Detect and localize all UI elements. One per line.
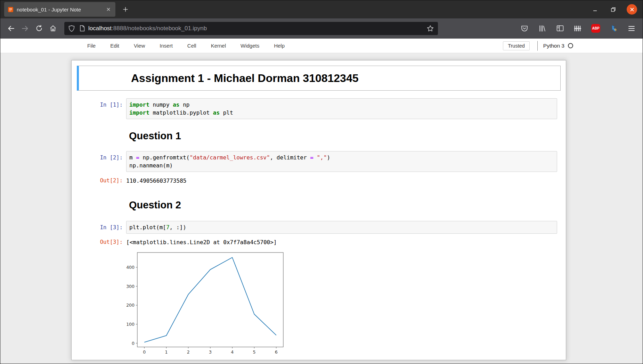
menu-hamburger-icon[interactable] [627, 24, 636, 33]
back-button[interactable] [5, 23, 17, 34]
input-prompt: In [2]: [77, 151, 126, 172]
code-input[interactable]: m = np.genfromtxt("data/carmel_lowres.cs… [126, 151, 557, 172]
restore-button[interactable] [609, 5, 618, 14]
code-cell-1[interactable]: In [1]: import numpy as npimport matplot… [77, 98, 561, 119]
tab-title: notebook_01 - Jupyter Note [17, 7, 105, 13]
extension-grid-icon[interactable] [573, 24, 582, 33]
svg-text:400: 400 [126, 265, 135, 270]
output-text: 110.49056603773585 [126, 174, 186, 185]
reload-button[interactable] [33, 23, 45, 34]
svg-text:300: 300 [126, 283, 135, 289]
menu-help[interactable]: Help [272, 41, 287, 50]
menu-kernel[interactable]: Kernel [209, 41, 228, 50]
svg-text:2: 2 [187, 349, 190, 355]
browser-window: notebook_01 - Jupyter Note localhost:888… [0, 0, 643, 364]
svg-text:5: 5 [253, 349, 256, 355]
bookmark-star-icon[interactable] [427, 25, 434, 32]
prompt-spacer [77, 250, 126, 359]
notebook-title-heading: Assignment 1 - Michael Dorman 310812345 [131, 72, 560, 85]
svg-text:1: 1 [165, 349, 168, 355]
svg-text:0: 0 [132, 340, 135, 346]
markdown-cell-q2[interactable]: Question 2 [77, 199, 561, 211]
nav-toolbar: localhost:8888/notebooks/notebook_01.ipy… [0, 18, 643, 39]
menu-cell[interactable]: Cell [185, 41, 198, 50]
output-area-2: Out[2]: 110.49056603773585 [77, 174, 561, 185]
close-button[interactable] [627, 4, 637, 15]
page-info-icon[interactable] [80, 25, 85, 32]
question1-heading: Question 1 [129, 130, 561, 142]
question2-heading: Question 2 [129, 199, 561, 211]
download-arrow-extension-icon[interactable] [610, 24, 618, 33]
notebook-background: Assignment 1 - Michael Dorman 310812345 … [0, 53, 643, 364]
trusted-badge[interactable]: Trusted [503, 41, 530, 50]
output-prompt: Out[3]: [77, 235, 126, 246]
minimize-button[interactable] [591, 5, 600, 14]
forward-button[interactable] [19, 23, 31, 34]
svg-text:0: 0 [143, 349, 146, 355]
output-figure-row: 01002003004000123456 [77, 250, 561, 359]
new-tab-button[interactable] [120, 4, 131, 15]
library-icon[interactable] [538, 24, 546, 33]
tracking-shield-icon[interactable] [68, 25, 75, 32]
sidebar-icon[interactable] [556, 24, 564, 33]
prompt-spacer [77, 199, 126, 211]
output-text: [<matplotlib.lines.Line2D at 0x7f7a8a4c5… [126, 235, 277, 246]
prompt-spacer [77, 130, 126, 142]
adblock-plus-icon[interactable]: ABP [591, 24, 600, 33]
jupyter-menubar: File Edit View Insert Cell Kernel Widget… [0, 39, 643, 53]
kernel-name: Python 3 [543, 43, 564, 49]
kernel-idle-icon [568, 43, 573, 48]
svg-text:3: 3 [209, 349, 212, 355]
output-prompt: Out[2]: [77, 174, 126, 185]
tab-close-icon[interactable] [105, 6, 112, 13]
pocket-icon[interactable] [520, 24, 529, 33]
menu-file[interactable]: File [85, 41, 98, 50]
svg-text:100: 100 [126, 322, 135, 327]
code-input[interactable]: import numpy as npimport matplotlib.pypl… [126, 98, 557, 119]
markdown-cell-q1[interactable]: Question 1 [77, 130, 561, 142]
code-input[interactable]: plt.plot(m[7, :]) [126, 221, 557, 234]
svg-text:4: 4 [231, 349, 234, 355]
matplotlib-line-chart: 01002003004000123456 [126, 250, 286, 358]
url-bar[interactable]: localhost:8888/notebooks/notebook_01.ipy… [64, 22, 438, 35]
url-text: localhost:8888/notebooks/notebook_01.ipy… [88, 25, 427, 32]
menu-view[interactable]: View [132, 41, 147, 50]
code-cell-3[interactable]: In [3]: plt.plot(m[7, :]) [77, 221, 561, 234]
browser-tab[interactable]: notebook_01 - Jupyter Note [4, 2, 115, 17]
plus-icon [123, 7, 128, 12]
prompt-spacer [79, 77, 128, 80]
output-area-3: Out[3]: [<matplotlib.lines.Line2D at 0x7… [77, 235, 561, 246]
home-button[interactable] [47, 23, 59, 34]
input-prompt: In [3]: [77, 221, 126, 234]
header-divider [537, 41, 538, 51]
menu-insert[interactable]: Insert [157, 41, 175, 50]
svg-text:6: 6 [275, 349, 278, 355]
markdown-cell-title[interactable]: Assignment 1 - Michael Dorman 310812345 [77, 66, 561, 91]
menu-edit[interactable]: Edit [108, 41, 121, 50]
titlebar: notebook_01 - Jupyter Note [0, 0, 643, 18]
menu-widgets[interactable]: Widgets [238, 41, 261, 50]
svg-text:200: 200 [126, 303, 135, 308]
notebook-container: Assignment 1 - Michael Dorman 310812345 … [71, 60, 566, 360]
jupyter-book-icon [8, 7, 14, 13]
input-prompt: In [1]: [77, 98, 126, 119]
code-cell-2[interactable]: In [2]: m = np.genfromtxt("data/carmel_l… [77, 151, 561, 172]
